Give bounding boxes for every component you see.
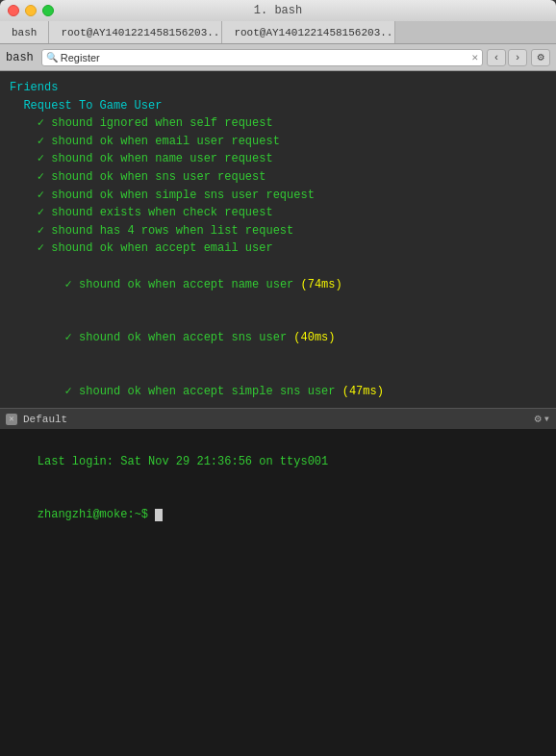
- pane-label: Default: [23, 414, 67, 425]
- term-line-2: ✓ shound ok when email user request: [10, 133, 546, 151]
- tab-bash[interactable]: bash: [0, 21, 49, 43]
- term-line-3: ✓ shound ok when name user request: [10, 150, 546, 168]
- title-bar: 1. bash: [0, 0, 556, 21]
- traffic-lights: [8, 5, 54, 16]
- term-line-10: ✓ shound ok when accept sns user (40ms): [10, 312, 546, 365]
- term-line-9: ✓ shound ok when accept name user (74ms): [10, 258, 546, 312]
- search-input[interactable]: [61, 52, 472, 63]
- tab-root2[interactable]: root@AY1401221458156203...: [222, 21, 395, 43]
- maximize-button[interactable]: [42, 5, 54, 16]
- login-line: Last login: Sat Nov 29 21:36:56 on ttys0…: [10, 435, 546, 489]
- window-title: 1. bash: [254, 4, 302, 17]
- pane-close-button[interactable]: ✕: [6, 414, 17, 425]
- terminal-bottom-pane: Last login: Sat Nov 29 21:36:56 on ttys0…: [0, 429, 556, 756]
- settings-button[interactable]: ⚙: [531, 49, 550, 66]
- cursor: [155, 509, 163, 521]
- term-line-4: ✓ shound ok when sns user request: [10, 168, 546, 187]
- term-line-11: ✓ shound ok when accept simple sns user …: [10, 365, 546, 409]
- term-line-8: ✓ shound ok when accept email user: [10, 239, 546, 258]
- tab-root1[interactable]: root@AY1401221458156203...: [49, 21, 222, 43]
- tab-bar: bash root@AY1401221458156203... root@AY1…: [0, 21, 556, 44]
- term-line-friends: Friends: [10, 79, 546, 97]
- toolbar: bash 🔍 ✕ ‹ › ⚙: [0, 44, 556, 71]
- pane-dropdown-icon[interactable]: ▾: [543, 412, 550, 426]
- search-box: 🔍 ✕: [41, 49, 483, 66]
- search-clear-icon[interactable]: ✕: [471, 51, 478, 63]
- minimize-button[interactable]: [25, 5, 37, 16]
- toolbar-label: bash: [6, 51, 34, 64]
- term-line-request-section: Request To Game User: [10, 97, 546, 115]
- term-line-7: ✓ shound has 4 rows when list request: [10, 222, 546, 240]
- nav-buttons: ‹ ›: [487, 49, 527, 66]
- pane-gear-area: ⚙ ▾: [535, 412, 550, 426]
- pane-label-bar: ✕ Default ⚙ ▾: [0, 408, 556, 429]
- term-line-5: ✓ shound ok when simple sns user request: [10, 187, 546, 205]
- prompt-line: zhangzhi@moke:~$: [10, 489, 546, 542]
- pane-settings-icon[interactable]: ⚙: [535, 412, 542, 426]
- search-icon: 🔍: [46, 52, 58, 63]
- nav-prev-button[interactable]: ‹: [487, 49, 506, 66]
- term-line-6: ✓ shound exists when check request: [10, 204, 546, 222]
- nav-next-button[interactable]: ›: [508, 49, 527, 66]
- term-line-1: ✓ shound ignored when self request: [10, 114, 546, 133]
- close-button[interactable]: [8, 5, 19, 16]
- terminal-top-pane: Friends Request To Game User ✓ shound ig…: [0, 71, 556, 408]
